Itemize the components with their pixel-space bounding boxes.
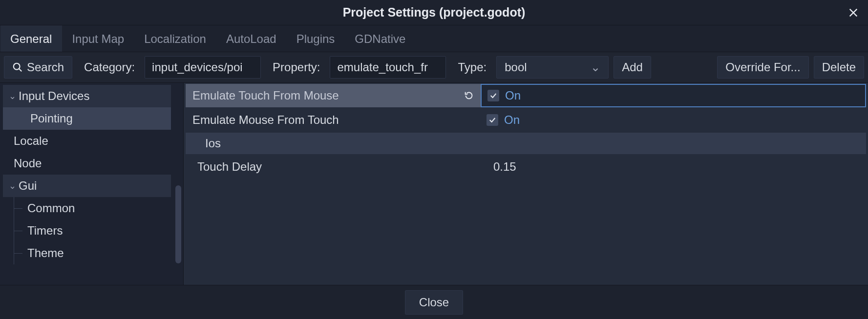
type-select-value: bool — [505, 60, 527, 74]
checkbox[interactable] — [487, 90, 499, 101]
tab-general[interactable]: General — [0, 25, 62, 52]
tab-gdnative[interactable]: GDNative — [345, 25, 416, 52]
tab-input-map[interactable]: Input Map — [62, 25, 134, 52]
search-button[interactable]: Search — [4, 56, 72, 79]
category-field[interactable]: input_devices/poi — [145, 56, 261, 79]
type-select[interactable]: bool ⌄ — [496, 56, 609, 79]
type-label: Type: — [451, 56, 491, 79]
tree-item-gui[interactable]: ⌄ Gui — [3, 175, 171, 197]
tab-plugins[interactable]: Plugins — [287, 25, 345, 52]
checkbox[interactable] — [487, 114, 498, 126]
search-button-label: Search — [27, 60, 64, 74]
property-row-emulate-touch-from-mouse: Emulate Touch From Mouse On — [186, 84, 866, 107]
close-icon[interactable] — [845, 4, 862, 21]
property-value[interactable]: On — [481, 84, 866, 107]
revert-icon[interactable] — [462, 89, 476, 102]
property-field[interactable]: emulate_touch_fr — [330, 56, 446, 79]
add-button[interactable]: Add — [614, 56, 651, 79]
check-icon — [489, 92, 497, 100]
tree-item-input-devices[interactable]: ⌄ Input Devices — [3, 85, 171, 107]
tree-item-common[interactable]: Common — [0, 197, 183, 219]
property-value[interactable]: 0.15 — [481, 155, 866, 179]
footer: Close — [0, 285, 868, 319]
tree-item-locale[interactable]: Locale — [0, 130, 183, 152]
chevron-down-icon: ⌄ — [9, 91, 18, 101]
titlebar: Project Settings (project.godot) — [0, 0, 868, 25]
tree-item-theme[interactable]: Theme — [0, 242, 183, 264]
tab-bar: General Input Map Localization AutoLoad … — [0, 25, 868, 52]
property-label: Property: — [266, 56, 325, 79]
tab-localization[interactable]: Localization — [134, 25, 216, 52]
tree-item-pointing[interactable]: Pointing — [3, 107, 171, 130]
sidebar-scrollbar[interactable] — [175, 185, 181, 263]
check-icon — [488, 116, 496, 124]
toolbar: Search Category: input_devices/poi Prope… — [0, 52, 868, 83]
property-row-touch-delay: Touch Delay 0.15 — [186, 155, 866, 179]
tree-item-node[interactable]: Node — [0, 152, 183, 175]
on-label: On — [504, 113, 520, 127]
property-label[interactable]: Touch Delay — [186, 155, 481, 179]
close-button[interactable]: Close — [405, 290, 463, 315]
chevron-down-icon: ⌄ — [9, 180, 18, 191]
sidebar-tree: ⌄ Input Devices Pointing Locale Node ⌄ G… — [0, 83, 184, 285]
delete-button[interactable]: Delete — [814, 56, 864, 79]
property-inspector: Emulate Touch From Mouse On Emulate Mous… — [184, 83, 868, 285]
section-header-ios[interactable]: Ios — [186, 133, 866, 154]
override-for-button[interactable]: Override For... — [717, 56, 808, 79]
on-label: On — [505, 89, 521, 102]
property-value[interactable]: On — [481, 108, 866, 132]
window-title: Project Settings (project.godot) — [343, 5, 526, 20]
touch-delay-value: 0.15 — [487, 160, 516, 174]
main-split: ⌄ Input Devices Pointing Locale Node ⌄ G… — [0, 83, 868, 285]
property-label[interactable]: Emulate Mouse From Touch — [186, 108, 481, 132]
chevron-down-icon: ⌄ — [591, 60, 600, 74]
property-label[interactable]: Emulate Touch From Mouse — [186, 84, 481, 107]
search-icon — [12, 62, 23, 73]
svg-point-0 — [14, 63, 20, 70]
property-row-emulate-mouse-from-touch: Emulate Mouse From Touch On — [186, 108, 866, 132]
category-label: Category: — [77, 56, 140, 79]
tree-item-timers[interactable]: Timers — [0, 219, 183, 242]
tab-autoload[interactable]: AutoLoad — [216, 25, 287, 52]
